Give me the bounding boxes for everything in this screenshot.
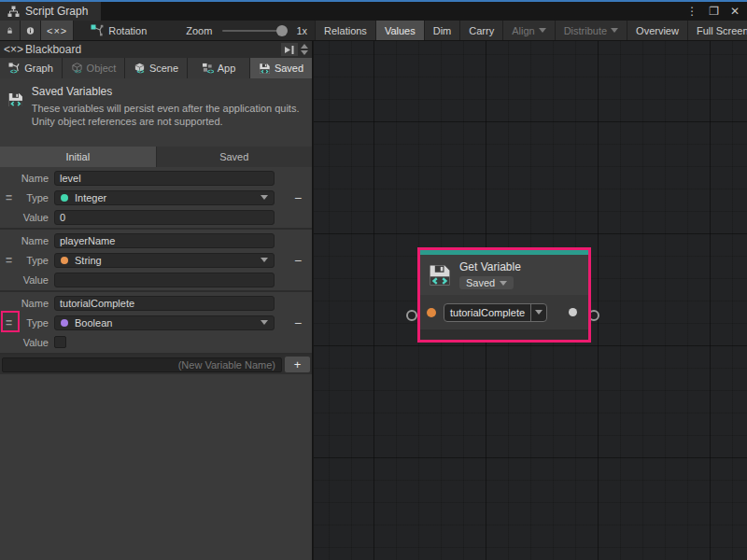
panel-scroll-arrows[interactable] [301,44,310,55]
chevron-down-icon [500,281,507,286]
info-title: Saved Variables [32,85,304,100]
variable-name-input[interactable] [54,171,275,186]
variable-name-input[interactable] [54,233,275,248]
values-button[interactable]: Values [375,21,424,40]
zoom-slider[interactable] [222,30,286,32]
value-output-port[interactable] [569,308,577,316]
close-icon[interactable]: ✕ [730,5,740,18]
chevron-down-icon [539,28,546,33]
boolean-value-checkbox[interactable] [54,336,66,348]
value-label: Value [0,337,54,348]
tab-graph-variables[interactable]: <> Graph [0,58,62,78]
dim-button[interactable]: Dim [424,21,460,40]
variable-scope-tabs: <> Graph <> Object <> Scene [0,58,312,78]
name-label: Name [0,298,54,309]
align-dropdown[interactable]: Align [502,21,554,40]
scroll-down-icon[interactable] [301,50,308,55]
tab-scene-variables[interactable]: <> Scene [125,58,187,78]
subtab-saved[interactable]: Saved [157,147,313,167]
rotation-icon [91,24,104,36]
variable-name-port[interactable] [427,308,436,317]
variable-value-input[interactable] [54,273,275,287]
dock-panel-button[interactable] [281,43,298,56]
zoom-slider-handle[interactable] [276,25,288,36]
add-variable-button[interactable]: + [285,357,310,372]
window-controls: ⋮ ❐ ✕ [686,2,747,21]
zoom-control: Zoom 1x [178,21,315,40]
scope-dropdown[interactable]: Saved [459,276,514,289]
drag-handle[interactable]: = [6,254,12,267]
chevron-down-icon [611,28,618,33]
graph-canvas[interactable]: Get Variable Saved tutorialComplete [314,41,747,560]
node-ports-row: tutorialComplete [420,295,588,329]
type-color-dot [61,194,68,202]
saved-variables-info: Saved Variables These variables will per… [0,78,312,147]
chevron-down-icon [261,195,268,200]
lock-icon [6,24,14,37]
app-variables-icon: <> [202,63,214,74]
value-state-subtabs: Initial Saved [0,147,312,167]
type-dropdown[interactable]: Boolean [54,315,275,330]
svg-text:<>: <> [207,68,214,74]
maximize-icon[interactable]: ❐ [709,5,719,18]
carry-button[interactable]: Carry [459,21,502,40]
lock-button[interactable] [0,21,21,40]
distribute-dropdown[interactable]: Distribute [555,21,627,40]
value-label: Value [0,212,54,223]
zoom-label: Zoom [186,25,212,36]
chevron-down-icon [535,310,543,315]
variable-row-level: Name = Type Integer − Value [0,167,312,230]
scroll-up-icon[interactable] [301,44,308,49]
drag-handle[interactable]: = [6,191,12,204]
remove-variable-button[interactable]: − [284,253,312,268]
type-color-dot [61,319,68,327]
svg-text:<>: <> [10,68,18,74]
variable-name-input[interactable] [54,296,275,311]
type-dropdown[interactable]: String [54,253,275,268]
info-body: These variables will persist even after … [32,102,304,129]
tab-title: Script Graph [25,5,88,18]
external-input-port[interactable] [406,310,417,321]
info-button[interactable] [21,21,41,40]
type-name: Integer [75,192,106,203]
edit-source-button[interactable]: <×> [41,21,74,40]
menu-icon[interactable]: ⋮ [686,5,698,18]
blackboard-code-icon: <×> [4,43,23,56]
saved-variable-node-icon [428,262,452,288]
variable-value-input[interactable] [54,210,275,225]
new-variable-row: + [0,355,312,374]
node-footer [420,329,588,340]
blackboard-panel: <×> Blackboard [0,41,313,560]
rotation-control[interactable]: Rotation [83,21,154,40]
blackboard-title: Blackboard [25,43,81,56]
subtab-initial[interactable]: Initial [0,147,156,167]
variable-select-dropdown[interactable]: tutorialComplete [444,303,547,322]
window-tab-bar: Script Graph ⋮ ❐ ✕ [0,2,747,21]
get-variable-node-highlighted: Get Variable Saved tutorialComplete [417,247,591,343]
svg-text:<>: <> [137,68,145,74]
remove-variable-button[interactable]: − [284,190,312,205]
graph-toolbar: <×> Rotation Zoom 1x Relations Values Di… [0,21,747,41]
variable-list: Name = Type Integer − Value [0,167,312,560]
blackboard-header: <×> Blackboard [0,41,312,58]
new-variable-input[interactable] [2,357,282,372]
tab-saved-variables[interactable]: Saved [250,58,312,78]
remove-variable-button[interactable]: − [284,315,312,330]
tab-app-variables[interactable]: <> App [188,58,249,78]
graph-hierarchy-icon [7,6,20,18]
value-label: Value [0,274,54,286]
graph-variables-icon: <> [8,63,21,74]
node-header[interactable]: Get Variable Saved [420,255,588,295]
fullscreen-button[interactable]: Full Screen [687,21,747,40]
tab-object-variables[interactable]: <> Object [63,58,124,78]
chevron-down-icon [261,320,268,325]
zoom-value: 1x [296,25,307,36]
type-dropdown[interactable]: Integer [54,190,275,205]
type-color-dot [61,257,68,264]
relations-button[interactable]: Relations [315,21,375,40]
dropdown-arrow-button[interactable] [530,304,546,321]
overview-button[interactable]: Overview [627,21,687,40]
tab-script-graph[interactable]: Script Graph [0,2,101,21]
get-variable-node[interactable]: Get Variable Saved tutorialComplete [417,247,591,343]
chevron-down-icon [261,258,268,262]
